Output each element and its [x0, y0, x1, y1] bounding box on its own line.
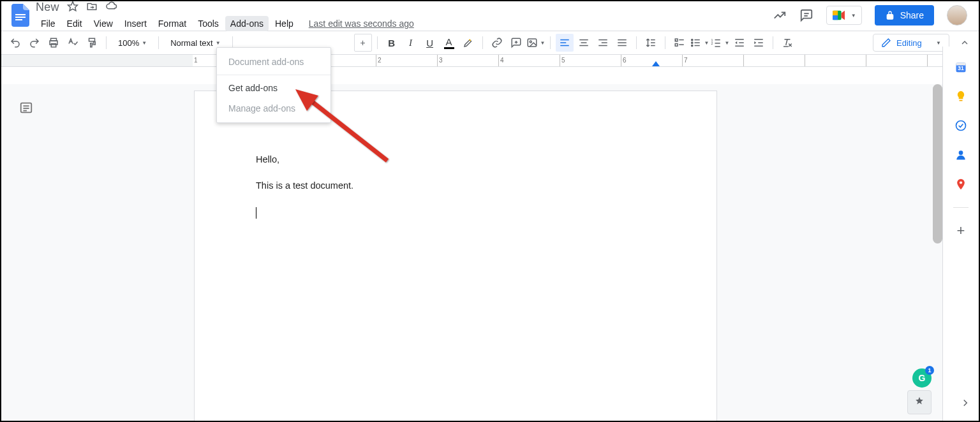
editing-mode-button[interactable]: Editing ▼	[873, 34, 949, 52]
text-color-button[interactable]: A	[440, 34, 458, 52]
chevron-down-icon: ▼	[724, 40, 729, 46]
menu-tools[interactable]: Tools	[193, 16, 224, 31]
star-icon[interactable]	[67, 1, 78, 14]
align-right-button[interactable]	[594, 34, 612, 52]
ruler-tick: 3	[439, 57, 443, 64]
get-addons-icon[interactable]: +	[954, 224, 967, 237]
tasks-icon[interactable]	[954, 119, 967, 132]
addons-manage[interactable]: Manage add-ons	[217, 98, 330, 119]
chevron-down-icon: ▼	[142, 40, 147, 46]
chevron-down-icon: ▼	[216, 40, 221, 46]
grammarly-button[interactable]: G 1	[912, 368, 932, 388]
addons-dropdown: Document add-ons Get add-ons Manage add-…	[216, 47, 331, 123]
zoom-select[interactable]: 100%▼	[112, 34, 153, 52]
ruler-tick: 4	[500, 57, 504, 64]
doc-text: This is a test document.	[256, 178, 655, 193]
style-value: Normal text	[170, 38, 212, 48]
undo-button[interactable]	[6, 34, 24, 52]
maps-icon[interactable]	[954, 178, 967, 191]
menu-file[interactable]: File	[36, 16, 61, 31]
ruler-tick: 7	[684, 57, 688, 64]
numbered-list-button[interactable]: 12▼	[710, 34, 729, 52]
svg-marker-3	[68, 1, 77, 10]
svg-rect-31	[676, 39, 678, 41]
insert-image-button[interactable]: ▼	[526, 34, 546, 52]
addons-document-addons: Document add-ons	[217, 52, 330, 72]
svg-point-37	[692, 45, 693, 46]
clear-formatting-button[interactable]	[778, 34, 796, 52]
insert-link-button[interactable]	[488, 34, 506, 52]
svg-rect-14	[528, 39, 537, 47]
ruler-tick: 1	[194, 57, 198, 64]
chevron-down-icon: ▼	[540, 40, 546, 46]
align-left-button[interactable]	[556, 34, 574, 52]
svg-rect-2	[15, 19, 22, 20]
doc-text: Hello,	[256, 152, 655, 167]
account-avatar[interactable]	[947, 5, 967, 25]
share-button[interactable]: Share	[875, 5, 934, 25]
document-page[interactable]: Hello, This is a test document.	[194, 91, 717, 421]
insert-comment-button[interactable]	[507, 34, 525, 52]
ruler-tick: 2	[378, 57, 382, 64]
meet-button[interactable]: ▼	[826, 6, 862, 25]
zoom-value: 100%	[118, 38, 139, 48]
ruler-tick: 6	[623, 57, 627, 64]
increase-indent-button[interactable]	[750, 34, 768, 52]
menu-bar: File Edit View Insert Format Tools Add-o…	[36, 15, 419, 33]
menu-help[interactable]: Help	[270, 16, 299, 31]
addons-get[interactable]: Get add-ons	[217, 78, 330, 98]
underline-button[interactable]: U	[421, 34, 439, 52]
svg-point-65	[956, 121, 966, 131]
activity-icon[interactable]	[773, 8, 787, 22]
paint-format-button[interactable]	[83, 34, 101, 52]
menu-view[interactable]: View	[89, 16, 118, 31]
move-icon[interactable]	[86, 1, 98, 14]
docs-logo[interactable]	[8, 3, 33, 28]
contacts-icon[interactable]	[954, 149, 967, 161]
svg-rect-1	[15, 17, 26, 18]
align-justify-button[interactable]	[613, 34, 631, 52]
cloud-status-icon[interactable]	[105, 1, 118, 14]
highlight-button[interactable]	[459, 34, 477, 52]
svg-text:31: 31	[958, 65, 964, 71]
bold-button[interactable]: B	[383, 34, 401, 52]
document-title[interactable]: New	[36, 1, 59, 14]
toolbar: 100%▼ Normal text▼ + B I U A ▼ ▼ 12▼ Edi…	[1, 31, 979, 55]
chevron-down-icon: ▼	[704, 40, 709, 46]
svg-rect-8	[833, 15, 838, 20]
chevron-down-icon: ▼	[936, 40, 941, 46]
outline-toggle-button[interactable]	[19, 101, 33, 117]
increase-font-button[interactable]: +	[354, 34, 372, 52]
editing-label: Editing	[896, 38, 922, 48]
explore-button[interactable]	[907, 390, 932, 414]
ruler[interactable]: 1 2 3 4 5 6 7	[1, 55, 942, 67]
menu-format[interactable]: Format	[153, 16, 191, 31]
print-button[interactable]	[45, 34, 63, 52]
svg-rect-33	[676, 44, 678, 47]
menu-addons[interactable]: Add-ons	[225, 16, 269, 31]
keep-icon[interactable]	[954, 90, 967, 103]
ruler-tick: 5	[561, 57, 565, 64]
svg-rect-7	[833, 11, 838, 16]
menu-insert[interactable]: Insert	[119, 16, 152, 31]
decrease-indent-button[interactable]	[731, 34, 748, 52]
calendar-icon[interactable]: 31	[954, 61, 967, 73]
redo-button[interactable]	[26, 34, 43, 52]
line-spacing-button[interactable]	[642, 34, 660, 52]
comments-icon[interactable]	[799, 8, 813, 22]
svg-text:2: 2	[711, 41, 713, 45]
grammarly-label: G	[919, 373, 926, 383]
align-center-button[interactable]	[575, 34, 593, 52]
svg-point-66	[959, 150, 963, 155]
workspace: Hello, This is a test document.	[1, 84, 942, 421]
menu-edit[interactable]: Edit	[62, 16, 87, 31]
svg-point-67	[960, 181, 962, 184]
bullet-list-button[interactable]: ▼	[690, 34, 709, 52]
italic-button[interactable]: I	[402, 34, 420, 52]
scrollbar[interactable]	[933, 84, 942, 244]
checklist-button[interactable]	[671, 34, 688, 52]
last-edit-link[interactable]: Last edit was seconds ago	[304, 16, 419, 31]
side-panel-collapse-button[interactable]	[960, 397, 971, 411]
spellcheck-button[interactable]	[64, 34, 82, 52]
grammarly-badge: 1	[925, 366, 934, 375]
